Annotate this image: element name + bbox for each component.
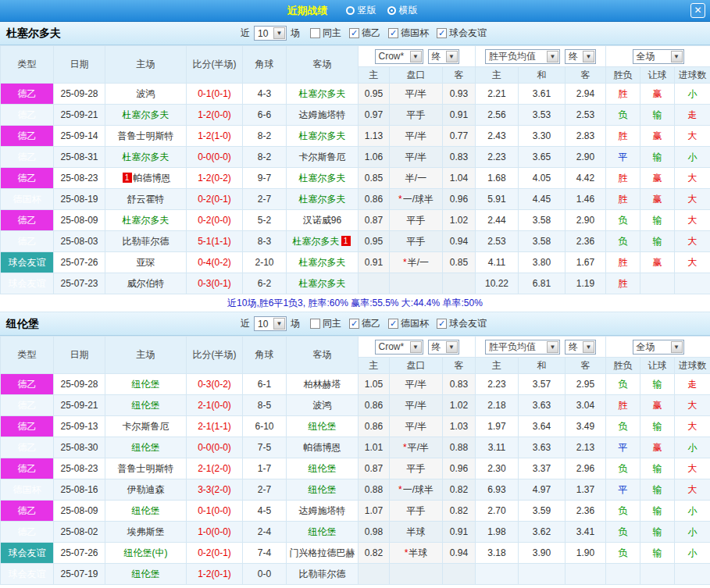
mean-home-cell: 1.97 [476, 416, 519, 437]
filter-option[interactable]: ✓球会友谊 [437, 27, 487, 40]
mean-type-select[interactable]: 胜平负均值 ▼ [485, 49, 560, 64]
checkbox-label: 德国杯 [401, 317, 429, 330]
mean-draw-cell: 3.65 [519, 147, 566, 168]
team-name-text: 舒云霍特 [127, 194, 165, 205]
mean-time-value: 终 [569, 340, 578, 354]
col-mean-away: 客 [566, 67, 606, 84]
mean-away-cell: 1.46 [566, 189, 606, 210]
odds-provider-select[interactable]: Crow* ▼ [375, 49, 423, 64]
score-cell: 2-1(1-1) [187, 416, 243, 437]
filter-option[interactable]: ✓球会友谊 [437, 317, 487, 330]
filter-option[interactable]: ✓德乙 [349, 27, 380, 40]
away-team-cell: 杜塞尔多夫 [287, 84, 359, 105]
mean-draw-cell: 4.05 [519, 168, 566, 189]
odds-away-cell: 0.96 [443, 189, 476, 210]
filter-option[interactable]: 同主 [310, 27, 341, 40]
team-name-text: 纽伦堡 [132, 379, 160, 390]
odds-away-cell: 0.77 [443, 126, 476, 147]
team-name-text: 帕德博恩 [304, 442, 341, 453]
score-cell: 0-2(0-1) [187, 543, 243, 564]
match-count-select[interactable]: 10 ▼ [254, 316, 287, 331]
mean-draw-cell: 3.58 [519, 231, 566, 252]
checkbox-unchecked [310, 28, 320, 38]
filter-option[interactable]: 同主 [310, 317, 341, 330]
odds-time-select[interactable]: 终 ▼ [428, 49, 459, 64]
mean-draw-cell: 3.37 [519, 458, 566, 479]
match-count-value: 10 [258, 28, 268, 39]
away-team-cell: 达姆施塔特 [287, 501, 359, 522]
home-team-cell: 普鲁士明斯特 [105, 458, 187, 479]
handicap-cell: 半球 [390, 522, 443, 543]
col-mean-home: 主 [476, 67, 519, 84]
date-cell: 25-08-02 [54, 522, 105, 543]
title-bar: 近期战绩 竖版 横版 ✕ [0, 0, 710, 22]
mean-home-cell: 2.43 [476, 126, 519, 147]
star-mark: * [403, 257, 407, 268]
matches-table: 类型 日期 主场 比分(半场) 角球 客场 Crow* ▼ 终 [0, 45, 710, 294]
scope-select[interactable]: 全场 ▼ [633, 49, 684, 64]
match-row: 球会友谊25-07-23威尔伯特0-3(0-1)6-2杜塞尔多夫10.226.8… [1, 273, 710, 294]
goals-result-cell: 大 [675, 458, 710, 479]
match-count-select[interactable]: 10 ▼ [254, 26, 287, 41]
mean-home-cell: 2.70 [476, 501, 519, 522]
league-type-cell: 德乙 [1, 437, 54, 458]
radio-horizontal-layout[interactable]: 横版 [387, 4, 418, 17]
odds-away-cell: 0.93 [443, 84, 476, 105]
col-mean-draw: 和 [519, 358, 566, 374]
mean-home-cell: 4.11 [476, 252, 519, 273]
odds-home-cell: 0.88 [359, 479, 390, 501]
filter-bar: 近 10 ▼ 场 同主✓德乙✓德国杯✓球会友谊 [241, 26, 487, 41]
close-button[interactable]: ✕ [690, 3, 705, 18]
handicap-cell: *半/一 [390, 252, 443, 273]
col-result: 胜负 [606, 358, 640, 374]
mean-time-select[interactable]: 终 ▼ [565, 340, 596, 355]
chevron-down-icon: ▼ [446, 51, 458, 62]
score-cell: 0-1(0-1) [187, 84, 243, 105]
match-row: 德乙25-09-21纽伦堡2-1(0-0)8-5波鸿0.86平/半1.022.1… [1, 395, 710, 416]
score-cell: 3-3(2-0) [187, 479, 243, 501]
col-odds-home: 主 [359, 67, 390, 84]
team-name-text: 埃弗斯堡 [127, 526, 165, 537]
handicap-cell [390, 564, 443, 585]
filter-option[interactable]: ✓德乙 [349, 317, 380, 330]
mean-time-value: 终 [569, 50, 578, 63]
filter-option[interactable]: ✓德国杯 [388, 317, 429, 330]
corner-cell: 2-10 [243, 252, 287, 273]
date-cell: 25-09-21 [54, 395, 105, 416]
filter-option[interactable]: ✓德国杯 [388, 27, 429, 40]
odds-time-select[interactable]: 终 ▼ [428, 340, 459, 355]
league-type-cell: 德乙 [1, 374, 54, 395]
handicap-cell: *一/球半 [390, 189, 443, 210]
team-name-text: 杜塞尔多夫 [123, 215, 169, 226]
scope-value: 全场 [637, 50, 655, 63]
chevron-down-icon: ▼ [446, 341, 458, 353]
radio-vertical-layout[interactable]: 竖版 [346, 4, 376, 17]
date-cell: 25-08-09 [54, 501, 105, 522]
corner-cell: 5-2 [243, 210, 287, 231]
odds-home-cell: 1.05 [359, 374, 390, 395]
handicap-cell: 平手 [390, 501, 443, 522]
score-cell: 5-1(1-1) [187, 231, 243, 252]
home-team-cell: 纽伦堡 [105, 395, 187, 416]
mean-away-cell: 2.53 [566, 105, 606, 126]
mean-type-select[interactable]: 胜平负均值 ▼ [485, 340, 560, 355]
odds-away-cell: 0.82 [443, 501, 476, 522]
scope-select[interactable]: 全场 ▼ [633, 340, 684, 355]
team-name-text: 杜塞尔多夫 [299, 257, 346, 268]
checkbox-label: 同主 [323, 27, 341, 40]
odds-provider-select[interactable]: Crow* ▼ [375, 340, 423, 355]
date-cell: 25-09-13 [54, 416, 105, 437]
match-row: 德乙25-08-231帕德博恩1-2(0-2)9-7杜塞尔多夫0.85半/一1.… [1, 168, 710, 189]
odds-provider-value: Crow* [379, 51, 405, 62]
filter-bar: 近 10 ▼ 场 同主✓德乙✓德国杯✓球会友谊 [241, 316, 487, 331]
mean-draw-cell: 3.57 [519, 374, 566, 395]
star-mark: * [403, 442, 407, 453]
goals-result-cell: 大 [675, 189, 710, 210]
team-name-text: 亚琛 [137, 257, 155, 268]
mean-draw-cell: 4.45 [519, 189, 566, 210]
checkbox-checked: ✓ [437, 319, 447, 329]
mean-time-select[interactable]: 终 ▼ [565, 49, 596, 64]
handicap-result-cell: 赢 [640, 252, 675, 273]
team-name-text: 普鲁士明斯特 [118, 130, 174, 141]
goals-result-cell [675, 564, 710, 585]
